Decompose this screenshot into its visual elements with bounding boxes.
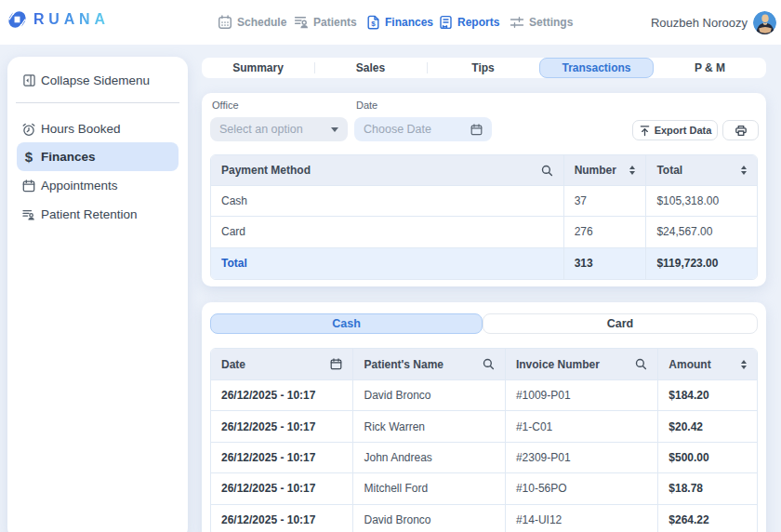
svg-text:$: $ (371, 20, 376, 28)
